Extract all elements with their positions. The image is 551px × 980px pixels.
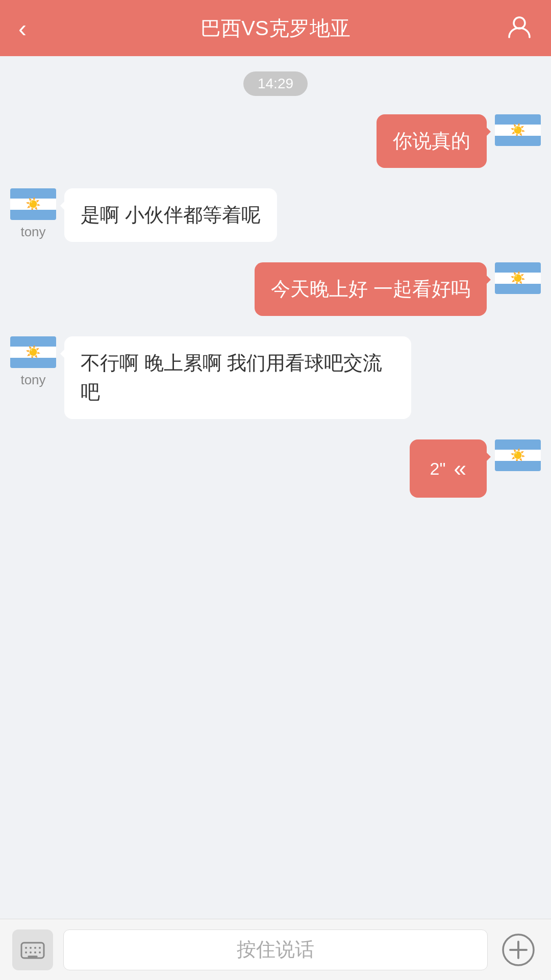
message-row: ☀️ tony 是啊 小伙伴都等着呢 xyxy=(10,188,541,242)
message-bubble: 你说真的 xyxy=(377,114,487,168)
avatar: ☀️ xyxy=(495,262,541,294)
flag-stripe-mid: ☀️ xyxy=(495,450,541,461)
message-row: ☀️ tony 不行啊 晚上累啊 我们用看球吧交流吧 xyxy=(10,336,541,419)
flag-argentina: ☀️ xyxy=(10,336,56,368)
profile-button[interactable] xyxy=(506,14,533,42)
voice-message-bubble[interactable]: 2" « xyxy=(410,439,487,498)
message-bubble: 不行啊 晚上累啊 我们用看球吧交流吧 xyxy=(64,336,411,419)
message-bubble: 今天晚上好 一起看好吗 xyxy=(255,262,487,316)
flag-argentina: ☀️ xyxy=(495,439,541,471)
flag-stripe-bot xyxy=(495,284,541,294)
voice-duration: 2" xyxy=(430,456,446,482)
flag-argentina: ☀️ xyxy=(10,188,56,220)
sun-icon: ☀️ xyxy=(26,198,41,210)
message-row: ☀️ 2" « xyxy=(10,439,541,498)
timestamp-label: 14:29 xyxy=(243,71,308,96)
message-row: ☀️ 今天晚上好 一起看好吗 xyxy=(10,262,541,316)
avatar: ☀️ tony xyxy=(10,336,56,388)
flag-stripe-mid: ☀️ xyxy=(495,125,541,136)
flag-stripe-bot xyxy=(495,136,541,146)
avatar: ☀️ xyxy=(495,114,541,146)
flag-stripe-mid: ☀️ xyxy=(10,347,56,358)
keyboard-button[interactable] xyxy=(12,929,53,970)
bottom-bar: 按住说话 xyxy=(0,919,551,980)
voice-input-button[interactable]: 按住说话 xyxy=(63,929,488,970)
sun-icon: ☀️ xyxy=(510,124,525,136)
message-row: ☀️ 你说真的 xyxy=(10,114,541,168)
flag-stripe-bot xyxy=(495,461,541,471)
svg-point-0 xyxy=(514,17,525,29)
flag-stripe-mid: ☀️ xyxy=(10,199,56,210)
flag-argentina: ☀️ xyxy=(495,262,541,294)
chat-title: 巴西VS克罗地亚 xyxy=(201,14,350,42)
flag-stripe-bot xyxy=(10,210,56,220)
avatar-name: tony xyxy=(20,224,45,240)
avatar-name: tony xyxy=(20,372,45,388)
voice-input-label: 按住说话 xyxy=(237,937,314,963)
flag-argentina: ☀️ xyxy=(495,114,541,146)
chat-header: ‹ 巴西VS克罗地亚 xyxy=(0,0,551,56)
avatar: ☀️ xyxy=(495,439,541,471)
sun-icon: ☀️ xyxy=(510,449,525,461)
flag-stripe-bot xyxy=(10,358,56,368)
flag-stripe-mid: ☀️ xyxy=(495,273,541,284)
avatar: ☀️ tony xyxy=(10,188,56,240)
chat-area: 14:29 ☀️ 你说真的 ☀️ tony 是啊 小伙伴 xyxy=(0,56,551,919)
sun-icon: ☀️ xyxy=(510,272,525,284)
plus-button[interactable] xyxy=(498,929,539,970)
back-button[interactable]: ‹ xyxy=(18,14,27,42)
sun-icon: ☀️ xyxy=(26,346,41,358)
message-bubble: 是啊 小伙伴都等着呢 xyxy=(64,188,277,242)
voice-wave-icon: « xyxy=(454,452,466,485)
